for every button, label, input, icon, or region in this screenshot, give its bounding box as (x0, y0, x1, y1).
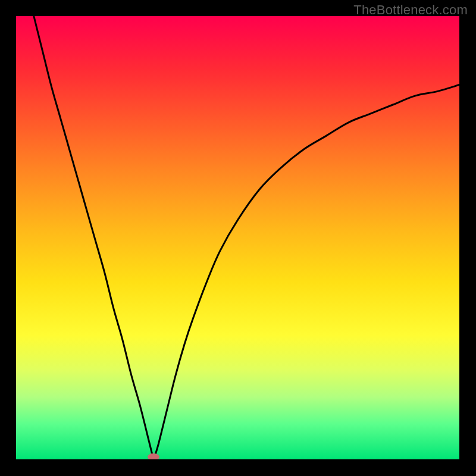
chart-svg (16, 16, 459, 459)
watermark-text: TheBottleneck.com (353, 2, 468, 18)
plot-area (16, 16, 459, 459)
minimum-marker (148, 453, 159, 459)
curve-right-branch (154, 84, 459, 459)
curve-left-branch (34, 16, 154, 459)
